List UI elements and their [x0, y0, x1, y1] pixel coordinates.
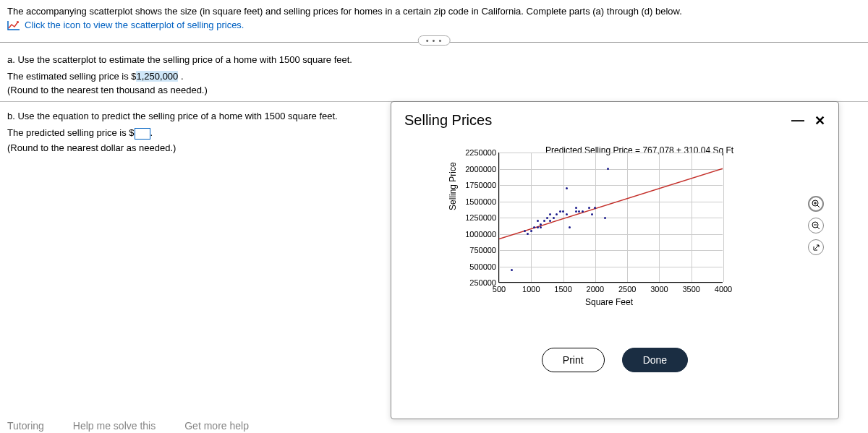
- y-tick: 1250000: [465, 213, 496, 222]
- y-tick: 1500000: [465, 197, 496, 206]
- x-tick: 2000: [587, 285, 604, 293]
- part-b-suffix: .: [150, 127, 153, 138]
- minimize-icon[interactable]: —: [791, 113, 804, 128]
- y-tick: 1750000: [465, 181, 496, 189]
- bottom-nav: Tutoring Help me solve this Get more hel…: [7, 420, 249, 432]
- scatterplot-modal: Selling Prices — ✕ Predicted Selling Pri…: [391, 101, 839, 419]
- expand-button[interactable]: • • •: [418, 35, 451, 46]
- x-tick: 1500: [554, 285, 571, 293]
- svg-line-8: [499, 168, 723, 239]
- more-help-link[interactable]: Get more help: [184, 420, 249, 432]
- y-tick: 2000000: [465, 165, 496, 173]
- popout-icon[interactable]: [808, 239, 824, 255]
- x-tick: 3500: [682, 285, 699, 293]
- y-tick: 500000: [469, 262, 496, 271]
- print-button[interactable]: Print: [542, 348, 605, 372]
- chart-icon: [7, 20, 20, 30]
- svg-line-1: [817, 205, 820, 207]
- section-divider: • • •: [0, 42, 868, 43]
- svg-line-5: [817, 227, 820, 229]
- svg-line-7: [815, 245, 819, 249]
- x-tick: 1000: [522, 285, 540, 293]
- x-tick: 4000: [715, 285, 732, 293]
- intro-text: The accompanying scatterplot shows the s…: [7, 6, 682, 17]
- help-solve-link[interactable]: Help me solve this: [73, 420, 156, 432]
- zoom-in-icon[interactable]: [808, 196, 824, 212]
- y-tick: 750000: [469, 246, 496, 254]
- part-a-rounding: (Round to the nearest ten thousand as ne…: [7, 85, 861, 95]
- x-tick: 2500: [618, 285, 636, 293]
- done-button[interactable]: Done: [622, 348, 688, 372]
- part-b-prefix: The predicted selling price is $: [7, 127, 135, 138]
- tutoring-link[interactable]: Tutoring: [7, 420, 44, 432]
- close-icon[interactable]: ✕: [814, 113, 825, 129]
- modal-title: Selling Prices: [404, 112, 492, 129]
- part-a-question: a. Use the scatterplot to estimate the s…: [7, 54, 861, 65]
- part-a-prefix: The estimated selling price is $: [7, 71, 136, 82]
- part-b-input[interactable]: [135, 128, 150, 140]
- y-tick: 2250000: [465, 148, 496, 157]
- zoom-out-icon[interactable]: [808, 218, 824, 233]
- x-axis-label: Square Feet: [585, 297, 633, 307]
- y-tick: 1000000: [465, 230, 496, 239]
- scatterplot-link-text: Click the icon to view the scatterplot o…: [25, 20, 244, 30]
- part-a-suffix: .: [178, 71, 183, 82]
- y-axis-label: Selling Price: [448, 162, 458, 210]
- part-a-answer: 1,250,000: [136, 71, 178, 82]
- x-tick: 3000: [650, 285, 668, 293]
- scatterplot-chart: Predicted Selling Price = 767,078 + 310.…: [459, 145, 791, 312]
- y-tick: 250000: [469, 278, 496, 287]
- scatterplot-link[interactable]: Click the icon to view the scatterplot o…: [7, 20, 861, 30]
